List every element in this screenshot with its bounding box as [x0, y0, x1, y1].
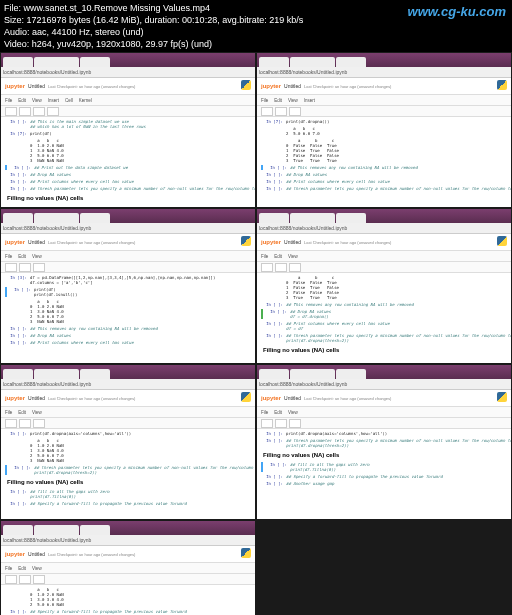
- markdown-heading: Filling no values (NA) cells: [263, 347, 505, 353]
- thumbnail-2[interactable]: localhost:8888/notebooks/Untitled.ipynb …: [257, 53, 511, 207]
- browser-tab-active[interactable]: [34, 57, 79, 67]
- code-cell-selected: In [ ]:print(df) print(df.isnull()): [5, 287, 251, 297]
- output-cell: a b c 0 1.0 2.0 NaN 1 3.0 NaN 4.0 2 5.0 …: [5, 138, 251, 163]
- code-cell: In [7]:print(df): [5, 131, 251, 136]
- code-cell: In [ ]:## This is the main simple datase…: [5, 119, 251, 129]
- thumbnail-5[interactable]: localhost:8888/notebooks/Untitled.ipynb …: [1, 365, 255, 519]
- run-icon[interactable]: [47, 107, 59, 116]
- video-line: Video: h264, yuv420p, 1920x1080, 29.97 f…: [4, 38, 508, 50]
- menu-bar[interactable]: File Edit View Insert Cell Kernel: [1, 95, 255, 106]
- thumbnail-7[interactable]: localhost:8888/notebooks/Untitled.ipynb …: [1, 521, 255, 615]
- checkpoint-status: Last Checkpoint: an hour ago (unsaved ch…: [48, 84, 135, 89]
- url-bar[interactable]: localhost:8888/notebooks/Untitled.ipynb: [1, 67, 255, 78]
- markdown-heading: Filling no values (NA) cells: [263, 452, 505, 458]
- audio-line: Audio: aac, 44100 Hz, stereo (und): [4, 26, 508, 38]
- markdown-heading: Filling no values (NA) cells: [7, 195, 249, 201]
- code-cell-selected: In [ ]:## Print out the data simple data…: [5, 165, 251, 170]
- code-cell: In [ ]:## Drop NA values: [5, 172, 251, 177]
- code-cell-selected: In [ ]:## fill in all the gaps with zero…: [261, 462, 507, 472]
- thumbnail-3[interactable]: localhost:8888/notebooks/Untitled.ipynb …: [1, 209, 255, 363]
- code-cell: In [ ]:## Print columns where every cell…: [5, 179, 251, 184]
- python-logo-icon: [241, 80, 251, 90]
- browser-tab[interactable]: [3, 57, 33, 67]
- file-info-header: File: www.sanet.st_10.Remove Missing Val…: [0, 0, 512, 52]
- thumbnail-4[interactable]: localhost:8888/notebooks/Untitled.ipynb …: [257, 209, 511, 363]
- notebook-title[interactable]: Untitled: [28, 83, 45, 89]
- thumbnail-6[interactable]: localhost:8888/notebooks/Untitled.ipynb …: [257, 365, 511, 519]
- code-cell-selected: In [ ]:## This removes any row containin…: [261, 165, 507, 170]
- code-cell-editing: In [ ]:## Drop NA values df = df.dropna(…: [261, 309, 507, 319]
- jupyter-logo: jupyter: [5, 83, 25, 89]
- browser-tabs: [1, 53, 255, 67]
- thumbnail-empty: [257, 521, 511, 615]
- watermark-top: www.cg-ku.com: [408, 4, 506, 19]
- add-icon[interactable]: [19, 107, 31, 116]
- code-cell-selected: In [ ]:## thresh parameter lets you spec…: [5, 465, 251, 475]
- save-icon[interactable]: [5, 107, 17, 116]
- code-cell: In [ ]:## thresh parameter lets you spec…: [5, 186, 251, 191]
- thumbnail-grid: localhost:8888/notebooks/Untitled.ipynb …: [0, 52, 512, 615]
- browser-tab[interactable]: [80, 57, 110, 67]
- notebook-header: jupyter Untitled Last Checkpoint: an hou…: [1, 78, 255, 95]
- cut-icon[interactable]: [33, 107, 45, 116]
- toolbar: [1, 106, 255, 117]
- thumbnail-1[interactable]: localhost:8888/notebooks/Untitled.ipynb …: [1, 53, 255, 207]
- url-bar[interactable]: localhost:8888/notebooks/Untitled.ipynb: [257, 67, 511, 78]
- markdown-heading: Filling no values (NA) cells: [7, 479, 249, 485]
